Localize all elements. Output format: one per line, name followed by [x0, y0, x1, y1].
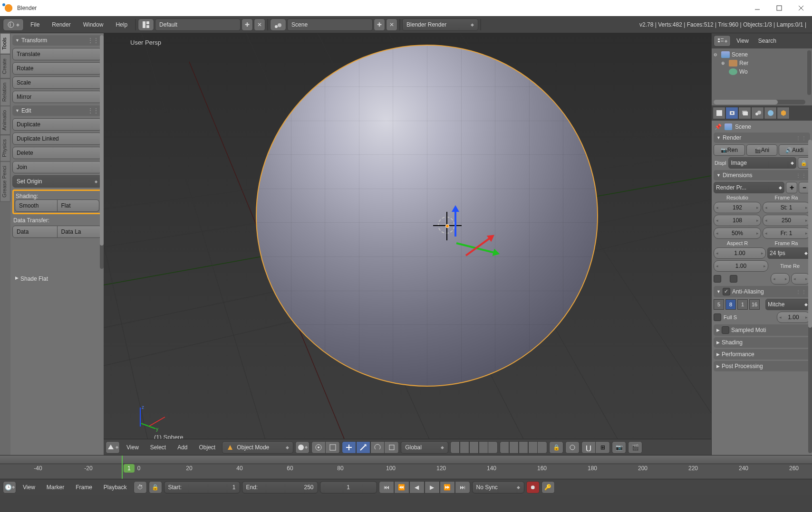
menu-window[interactable]: Window: [77, 19, 109, 30]
pivot-point-button[interactable]: [311, 441, 326, 454]
rotate-button[interactable]: Rotate: [12, 62, 102, 75]
tab-object[interactable]: [777, 107, 790, 119]
data-transfer-layout-button[interactable]: Data La: [58, 226, 102, 238]
last-operator-header[interactable]: ▶Shade Flat: [12, 273, 102, 285]
aa-samples-8[interactable]: 8: [725, 299, 736, 310]
editor-type-3dview-button[interactable]: ◆: [106, 441, 120, 454]
playhead[interactable]: [122, 455, 123, 479]
window-close-button[interactable]: [790, 1, 812, 15]
aa-samples-16[interactable]: 16: [749, 299, 760, 310]
tool-tab-relation[interactable]: Relation: [0, 78, 10, 106]
outliner-menu-view[interactable]: View: [733, 38, 753, 44]
tool-tab-animation[interactable]: Animatio: [0, 106, 10, 135]
panel-header-antialiasing[interactable]: ▼Anti-Aliasing⋮⋮: [714, 286, 810, 297]
tool-tab-tools[interactable]: Tools: [0, 33, 10, 54]
aa-filter-select[interactable]: Mitche◆: [765, 299, 810, 310]
editor-type-timeline-button[interactable]: 🕒◆: [3, 481, 16, 493]
manipulator-toggle[interactable]: [342, 441, 356, 454]
play-reverse-button[interactable]: ◀: [409, 481, 425, 493]
resolution-pct-field[interactable]: 50%: [714, 228, 761, 239]
3d-viewport[interactable]: User Persp zy (1) Sphere ◆ View Select A…: [104, 33, 711, 455]
timeline-menu-marker[interactable]: Marker: [42, 483, 69, 492]
screen-layout-field[interactable]: Default: [155, 19, 241, 31]
timeline-menu-view[interactable]: View: [18, 483, 40, 492]
window-maximize-button[interactable]: [768, 1, 790, 15]
render-preset-select[interactable]: Render Pr...◆: [714, 182, 784, 193]
layers-group-b[interactable]: [500, 441, 547, 454]
render-engine-select[interactable]: Blender Render◆: [402, 19, 478, 31]
preset-add-button[interactable]: ✚: [786, 182, 797, 193]
jump-to-start-button[interactable]: ⏮: [379, 481, 394, 493]
outliner-world-item[interactable]: Wo: [739, 68, 748, 75]
properties-editor-type-button[interactable]: [713, 107, 725, 119]
border-checkbox[interactable]: [714, 275, 721, 283]
manipulator-rotate[interactable]: [370, 441, 385, 454]
sampled-motion-checkbox[interactable]: [722, 326, 729, 334]
shade-smooth-button[interactable]: Smooth: [15, 199, 58, 212]
play-button[interactable]: ▶: [425, 481, 440, 493]
crop-checkbox[interactable]: [730, 275, 737, 283]
viewport-shading-button[interactable]: ◆: [295, 441, 309, 454]
menu-help[interactable]: Help: [110, 19, 133, 30]
tab-render-layers[interactable]: [738, 107, 751, 119]
lock-camera-button[interactable]: 🔒: [549, 441, 563, 454]
scene-delete-button[interactable]: ✕: [386, 19, 397, 31]
panel-header-transform[interactable]: ▼Transform⋮⋮: [12, 35, 102, 46]
resolution-y-field[interactable]: 108: [714, 215, 761, 226]
panel-header-edit[interactable]: ▼Edit⋮⋮: [12, 105, 102, 116]
frame-end-field[interactable]: 250: [763, 215, 810, 226]
tool-tab-grease-pencil[interactable]: Grease Penci: [0, 161, 10, 202]
pivot-align-button[interactable]: [326, 441, 340, 454]
jump-to-end-button[interactable]: ⏭: [455, 481, 470, 493]
outliner-v-scrollbar[interactable]: [807, 50, 811, 95]
timeline-area[interactable]: 1 -40-2002040608010012014016018020022024…: [0, 455, 812, 479]
proportional-edit-button[interactable]: [565, 441, 580, 454]
snap-element-button[interactable]: ⊞: [596, 441, 610, 454]
timeline-menu-playback[interactable]: Playback: [99, 483, 132, 492]
panel-header-render[interactable]: ▼Render⋮⋮: [714, 133, 810, 143]
resolution-x-field[interactable]: 192: [714, 202, 761, 213]
full-sample-checkbox[interactable]: [714, 313, 721, 321]
opengl-render-image-button[interactable]: 📷: [612, 441, 626, 454]
tool-tab-create[interactable]: Create: [0, 54, 10, 78]
layers-group-a[interactable]: [450, 441, 498, 454]
tab-render[interactable]: [725, 107, 738, 119]
filter-size-field[interactable]: 1.00: [777, 312, 810, 323]
render-audio-button[interactable]: 🔊Audi: [779, 144, 810, 156]
aa-samples-5[interactable]: 5: [714, 299, 724, 310]
aa-samples-11[interactable]: 1: [737, 299, 748, 310]
duplicate-button[interactable]: Duplicate: [12, 118, 102, 131]
keyframe-next-button[interactable]: ⏩: [440, 481, 455, 493]
screen-layout-delete-button[interactable]: ✕: [254, 19, 265, 31]
panel-header-post-processing[interactable]: ▶Post Processing: [714, 361, 810, 371]
menu-file[interactable]: File: [25, 19, 45, 30]
panel-header-performance[interactable]: ▶Performance: [714, 349, 810, 360]
scene-add-button[interactable]: ✚: [374, 19, 385, 31]
window-minimize-button[interactable]: [746, 1, 768, 15]
transform-gizmo[interactable]: [427, 207, 484, 269]
outliner[interactable]: ⊖Scene ⊕Rer Wo: [712, 48, 812, 105]
manipulator-scale[interactable]: [385, 441, 399, 454]
mode-select[interactable]: Object Mode◆: [222, 441, 293, 454]
delete-button[interactable]: Delete: [12, 147, 102, 159]
aspect-x-field[interactable]: 1.00: [714, 247, 766, 259]
scale-button[interactable]: Scale: [12, 76, 102, 89]
old-map-field[interactable]: [771, 273, 790, 284]
tab-world[interactable]: [764, 107, 777, 119]
outliner-h-scrollbar[interactable]: [714, 100, 805, 104]
set-origin-select[interactable]: Set Origin: [12, 175, 102, 188]
snap-toggle[interactable]: [581, 441, 596, 454]
outliner-renderlayers-item[interactable]: Rer: [739, 60, 748, 66]
data-transfer-data-button[interactable]: Data: [12, 226, 58, 238]
use-preview-range-button[interactable]: ⏱: [134, 481, 147, 493]
tool-tab-physics[interactable]: Physics: [0, 135, 10, 161]
translate-button[interactable]: Translate: [12, 48, 102, 60]
timeline-menu-frame[interactable]: Frame: [71, 483, 97, 492]
manipulator-translate[interactable]: [356, 441, 370, 454]
current-frame-field[interactable]: 1: [320, 481, 377, 493]
new-map-field[interactable]: [791, 273, 810, 284]
pin-icon[interactable]: 📌: [715, 123, 722, 130]
outliner-menu-search[interactable]: Search: [754, 38, 780, 44]
auto-keyframe-button[interactable]: ⏺: [526, 481, 540, 493]
render-display-select[interactable]: Image◆: [728, 157, 796, 169]
